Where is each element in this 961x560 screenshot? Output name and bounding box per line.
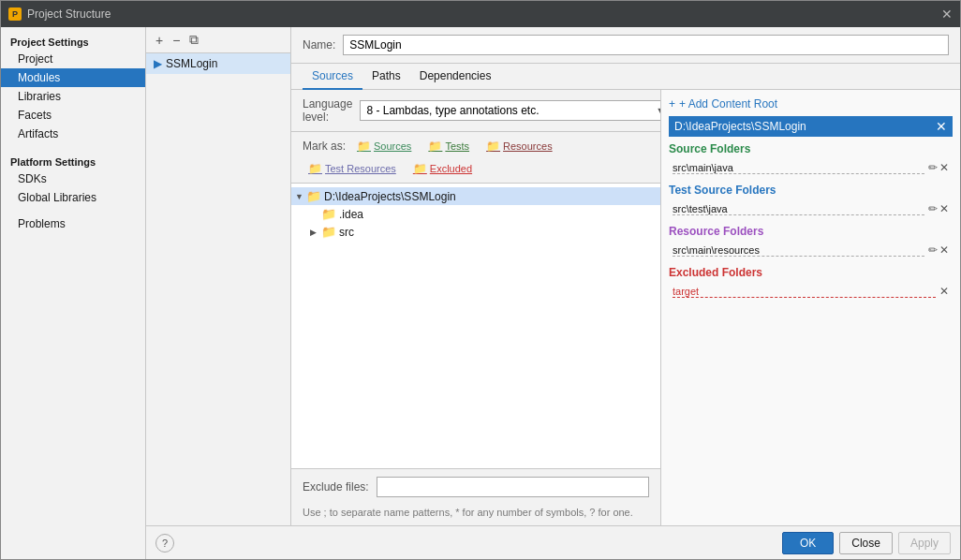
sidebar-item-libraries[interactable]: Libraries (1, 87, 145, 106)
bottom-left: ? (155, 534, 174, 553)
bottom-bar: ? OK Close Apply (146, 525, 960, 559)
titlebar: P Project Structure ✕ (1, 1, 960, 27)
exclude-files-label: Exclude files: (303, 480, 369, 494)
test-source-folder-path-0: src\test\java (673, 203, 924, 215)
sidebar-item-artifacts[interactable]: Artifacts (1, 125, 145, 143)
module-item-ssmlogin[interactable]: ▶ SSMLogin (146, 53, 290, 74)
left-panel: Language level: 3 - Enumerations, autobo… (291, 90, 661, 525)
tree-toggle-src[interactable]: ▶ (310, 228, 321, 237)
config-panel: Name: Sources Paths Dependencies (291, 27, 960, 525)
close-button[interactable]: Close (839, 532, 893, 554)
close-window-button[interactable]: ✕ (941, 7, 953, 22)
test-source-folder-entry-0: src\test\java ✏ ✕ (669, 200, 953, 217)
sidebar-item-sdks[interactable]: SDKs (1, 169, 145, 188)
resource-folders-title: Resource Folders (669, 225, 953, 238)
excluded-folder-entry-0: target ✕ (669, 283, 953, 300)
source-folders-title: Source Folders (669, 142, 953, 155)
remove-module-button[interactable]: − (169, 32, 184, 49)
tree-idea-label: .idea (339, 208, 363, 221)
source-folder-actions-0: ✏ ✕ (928, 161, 949, 174)
module-toolbar: + − ⧉ (146, 27, 290, 53)
project-settings-header: Project Settings (1, 31, 145, 50)
sidebar-item-modules[interactable]: Modules (1, 68, 145, 87)
resource-folder-remove-0[interactable]: ✕ (939, 243, 949, 257)
ok-button[interactable]: OK (782, 532, 834, 554)
source-folder-path-0: src\main\java (673, 162, 924, 174)
mark-as-test-resources-button[interactable]: 📁 Test Resources (303, 160, 402, 177)
sidebar-divider (1, 143, 145, 151)
module-tree-panel: + − ⧉ ▶ SSMLogin (146, 27, 291, 525)
resource-folder-edit-0[interactable]: ✏ (928, 243, 938, 257)
resource-folder-entry-0: src\main\resources ✏ ✕ (669, 242, 953, 258)
module-expand-icon: ▶ (154, 57, 162, 70)
add-content-root-button[interactable]: + + Add Content Root (669, 97, 953, 111)
content-root-path: D:\IdeaProjects\SSMLogin (674, 120, 806, 133)
sidebar: Project Settings Project Modules Librari… (1, 27, 146, 559)
tree-item-idea[interactable]: 📁 .idea (291, 205, 660, 223)
platform-settings-header: Platform Settings (1, 151, 145, 169)
content-root-close-button[interactable]: ✕ (936, 119, 947, 134)
resource-folder-path-0: src\main\resources (673, 244, 924, 257)
copy-module-button[interactable]: ⧉ (185, 31, 202, 49)
file-tree[interactable]: ▼ 📁 D:\IdeaProjects\SSMLogin 📁 .idea (291, 184, 660, 468)
excluded-folder-actions-0: ✕ (939, 285, 949, 298)
sidebar-item-facets[interactable]: Facets (1, 106, 145, 125)
bottom-right: OK Close Apply (782, 532, 951, 554)
tree-folder-icon-idea: 📁 (321, 207, 336, 221)
excluded-folder-remove-0[interactable]: ✕ (939, 285, 949, 298)
tab-sources[interactable]: Sources (303, 64, 362, 90)
sources-folder-icon: 📁 (357, 140, 371, 153)
inner-split: + − ⧉ ▶ SSMLogin Name: (146, 27, 960, 525)
name-row: Name: (291, 27, 960, 64)
sidebar-item-global-libraries[interactable]: Global Libraries (1, 188, 145, 207)
excluded-folder-icon: 📁 (413, 162, 427, 175)
tree-item-src[interactable]: ▶ 📁 src (291, 223, 660, 241)
sidebar-item-problems[interactable]: Problems (1, 214, 145, 233)
language-level-label: Language level: (303, 97, 352, 124)
mark-as-row: Mark as: 📁 Sources 📁 Tests (291, 132, 660, 184)
mark-as-excluded-button[interactable]: 📁 Excluded (407, 160, 478, 177)
module-name: SSMLogin (166, 57, 217, 70)
tab-paths[interactable]: Paths (362, 64, 410, 90)
source-folder-edit-0[interactable]: ✏ (928, 161, 938, 174)
resource-folder-actions-0: ✏ ✕ (928, 243, 949, 257)
source-folders-section: Source Folders src\main\java ✏ ✕ (669, 142, 953, 176)
project-structure-window: P Project Structure ✕ Project Settings P… (0, 0, 961, 560)
window-title: Project Structure (27, 7, 936, 21)
exclude-files-row: Exclude files: (291, 468, 660, 505)
tab-dependencies[interactable]: Dependencies (410, 64, 501, 90)
tree-item-root[interactable]: ▼ 📁 D:\IdeaProjects\SSMLogin (291, 187, 660, 205)
mark-as-resources-button[interactable]: 📁 Resources (480, 138, 558, 155)
mark-as-tests-button[interactable]: 📁 Tests (422, 138, 475, 155)
excluded-folders-title: Excluded Folders (669, 266, 953, 279)
test-source-folders-title: Test Source Folders (669, 184, 953, 197)
content-root-item: D:\IdeaProjects\SSMLogin ✕ (669, 116, 953, 137)
tests-folder-icon: 📁 (428, 140, 442, 153)
main-layout: Project Settings Project Modules Librari… (1, 27, 960, 559)
sidebar-item-project[interactable]: Project (1, 50, 145, 68)
language-level-wrapper: 3 - Enumerations, autoboxing, for-each l… (360, 100, 661, 121)
mark-as-label: Mark as: (303, 140, 346, 153)
tabs-bar: Sources Paths Dependencies (291, 64, 960, 90)
resource-folders-section: Resource Folders src\main\resources ✏ ✕ (669, 225, 953, 258)
test-source-folder-remove-0[interactable]: ✕ (939, 202, 949, 215)
name-input[interactable] (343, 35, 949, 55)
resources-folder-icon: 📁 (486, 140, 500, 153)
source-folder-remove-0[interactable]: ✕ (939, 161, 949, 174)
add-module-button[interactable]: + (152, 32, 167, 49)
mark-as-sources-button[interactable]: 📁 Sources (351, 138, 417, 155)
tree-toggle-root[interactable]: ▼ (295, 192, 306, 201)
test-source-folder-actions-0: ✏ ✕ (928, 202, 949, 215)
tree-src-label: src (339, 226, 354, 239)
exclude-files-input[interactable] (377, 477, 649, 497)
source-folder-entry-0: src\main\java ✏ ✕ (669, 159, 953, 176)
tab-content: Language level: 3 - Enumerations, autobo… (291, 90, 960, 525)
test-source-folder-edit-0[interactable]: ✏ (928, 202, 938, 215)
sidebar-divider-2 (1, 207, 145, 214)
excluded-folders-section: Excluded Folders target ✕ (669, 266, 953, 300)
help-button[interactable]: ? (155, 534, 174, 553)
language-level-select[interactable]: 3 - Enumerations, autoboxing, for-each l… (360, 100, 661, 121)
apply-button[interactable]: Apply (898, 532, 951, 554)
right-panel: + + Add Content Root D:\IdeaProjects\SSM… (661, 90, 960, 525)
test-source-folders-section: Test Source Folders src\test\java ✏ ✕ (669, 184, 953, 217)
